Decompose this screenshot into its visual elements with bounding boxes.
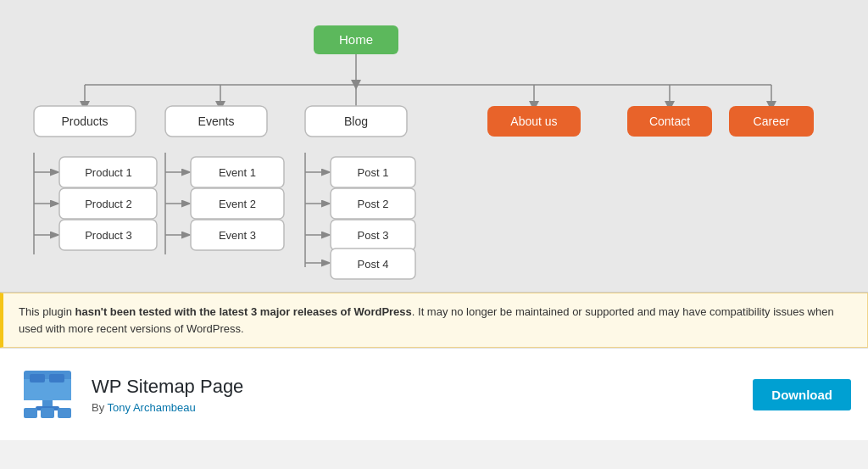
plugin-name: WP Sitemap Page: [92, 376, 739, 398]
plugin-author-label: By: [92, 401, 104, 414]
product2-text: Product 2: [85, 198, 132, 210]
svg-rect-2: [30, 374, 45, 382]
warning-text-start: This plugin: [19, 305, 75, 318]
post4-text: Post 4: [358, 258, 389, 271]
sitemap-area: Home Products Events: [0, 0, 868, 293]
home-label: Home: [339, 32, 373, 47]
event3-text: Event 3: [219, 229, 256, 242]
career-text: Career: [754, 114, 790, 128]
events-text: Events: [198, 114, 235, 128]
warning-text-bold: hasn't been tested with the latest 3 maj…: [75, 305, 411, 318]
download-button[interactable]: Download: [753, 379, 851, 410]
sitemap-diagram: Home Products Events: [25, 17, 839, 280]
product1-text: Product 1: [85, 166, 132, 179]
post1-text: Post 1: [358, 166, 389, 179]
event1-text: Event 1: [219, 166, 256, 179]
event2-text: Event 2: [219, 198, 256, 210]
svg-rect-4: [42, 400, 53, 407]
plugin-author: By Tony Archambeau: [92, 401, 739, 414]
plugin-info: WP Sitemap Page By Tony Archambeau Downl…: [0, 348, 868, 440]
warning-banner: This plugin hasn't been tested with the …: [0, 293, 868, 348]
svg-rect-6: [24, 408, 37, 418]
products-text: Products: [61, 114, 108, 128]
contact-text: Contact: [649, 114, 690, 128]
svg-rect-7: [41, 408, 54, 418]
post2-text: Post 2: [358, 198, 389, 210]
plugin-author-link[interactable]: Tony Archambeau: [108, 401, 196, 414]
post3-text: Post 3: [358, 229, 389, 242]
plugin-icon: [17, 364, 78, 425]
svg-rect-3: [49, 374, 64, 382]
product3-text: Product 3: [85, 229, 132, 242]
blog-text: Blog: [344, 114, 368, 128]
aboutus-text: About us: [510, 114, 557, 128]
plugin-details: WP Sitemap Page By Tony Archambeau: [92, 376, 739, 414]
svg-rect-8: [58, 408, 71, 418]
